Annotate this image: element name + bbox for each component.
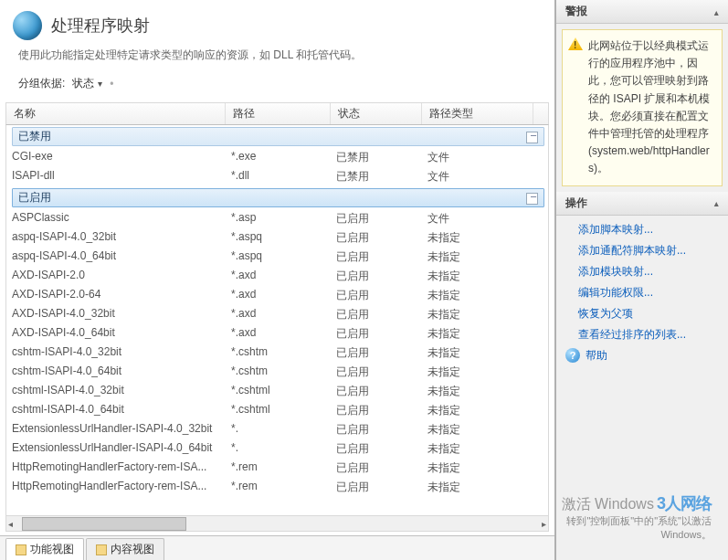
col-state[interactable]: 状态	[331, 103, 422, 124]
action-link[interactable]: 添加脚本映射...	[556, 219, 728, 240]
actions-list: 添加脚本映射...添加通配符脚本映射...添加模块映射...编辑功能权限...恢…	[556, 216, 728, 372]
groupby-sep: •	[110, 78, 113, 90]
groupby-bar: 分组依据: 状态 •	[0, 76, 554, 102]
tab-content[interactable]: 内容视图	[86, 538, 164, 560]
warning-icon	[568, 37, 583, 50]
collapse-icon[interactable]	[714, 5, 719, 18]
tab-icon	[16, 544, 26, 555]
action-link[interactable]: 编辑功能权限...	[556, 282, 728, 303]
actions-header[interactable]: 操作	[556, 192, 728, 216]
group-header[interactable]: 已启用	[12, 188, 544, 207]
page-description: 使用此功能指定处理特定请求类型的响应的资源，如 DLL 和托管代码。	[0, 48, 554, 76]
table-row[interactable]: ExtensionlessUrlHandler-ISAPI-4.0_32bit*…	[6, 420, 548, 439]
action-link[interactable]: 查看经过排序的列表...	[556, 324, 728, 345]
grid-rows[interactable]: 已禁用CGI-exe*.exe已禁用文件ISAPI-dll*.dll已禁用文件已…	[5, 125, 549, 516]
tab-icon	[96, 544, 107, 555]
col-type[interactable]: 路径类型	[422, 103, 533, 124]
col-name[interactable]: 名称	[6, 103, 226, 124]
table-row[interactable]: HttpRemotingHandlerFactory-rem-ISA...*.r…	[6, 459, 548, 478]
table-row[interactable]: CGI-exe*.exe已禁用文件	[6, 148, 548, 167]
group-header[interactable]: 已禁用	[12, 127, 544, 146]
table-row[interactable]: cshtml-ISAPI-4.0_32bit*.cshtml已启用未指定	[6, 382, 548, 401]
table-row[interactable]: aspq-ISAPI-4.0_64bit*.aspq已启用未指定	[6, 248, 548, 267]
alert-message: 此网站位于以经典模式运行的应用程序池中，因此，您可以管理映射到路径的 ISAPI…	[562, 29, 723, 186]
globe-icon	[13, 11, 42, 40]
col-spacer	[533, 103, 548, 124]
table-row[interactable]: AXD-ISAPI-2.0-64*.axd已启用未指定	[6, 286, 548, 305]
table-row[interactable]: ExtensionlessUrlHandler-ISAPI-4.0_64bit*…	[6, 439, 548, 459]
horizontal-scrollbar[interactable]	[5, 516, 549, 532]
groupby-label: 分组依据:	[18, 76, 65, 91]
help-icon: ?	[565, 348, 580, 363]
col-path[interactable]: 路径	[226, 103, 331, 124]
table-row[interactable]: AXD-ISAPI-4.0_32bit*.axd已启用未指定	[6, 305, 548, 324]
action-link[interactable]: 添加通配符脚本映射...	[556, 240, 728, 261]
table-row[interactable]: ASPClassic*.asp已启用文件	[6, 209, 548, 228]
tab-features[interactable]: 功能视图	[5, 538, 84, 560]
side-panel: 警报 此网站位于以经典模式运行的应用程序池中，因此，您可以管理映射到路径的 IS…	[556, 0, 728, 560]
table-row[interactable]: AXD-ISAPI-4.0_64bit*.axd已启用未指定	[6, 324, 548, 343]
table-row[interactable]: cshtml-ISAPI-4.0_64bit*.cshtml已启用未指定	[6, 401, 548, 420]
action-link[interactable]: 添加模块映射...	[556, 261, 728, 282]
collapse-icon[interactable]	[714, 196, 719, 209]
scrollbar-thumb[interactable]	[22, 517, 186, 531]
page-title: 处理程序映射	[51, 15, 150, 37]
table-row[interactable]: aspq-ISAPI-4.0_32bit*.aspq已启用未指定	[6, 228, 548, 248]
groupby-dropdown[interactable]: 状态	[72, 76, 102, 91]
table-row[interactable]: cshtm-ISAPI-4.0_32bit*.cshtm已启用未指定	[6, 343, 548, 363]
table-row[interactable]: HttpRemotingHandlerFactory-rem-ISA...*.r…	[6, 478, 548, 497]
action-link[interactable]: 恢复为父项	[556, 303, 728, 324]
table-row[interactable]: cshtm-ISAPI-4.0_64bit*.cshtm已启用未指定	[6, 363, 548, 382]
alerts-header[interactable]: 警报	[556, 0, 728, 24]
chevron-down-icon	[94, 77, 102, 90]
page-header: 处理程序映射	[0, 0, 554, 48]
view-tabs: 功能视图 内容视图	[0, 535, 554, 560]
table-row[interactable]: AXD-ISAPI-2.0*.axd已启用未指定	[6, 267, 548, 286]
main-panel: 处理程序映射 使用此功能指定处理特定请求类型的响应的资源，如 DLL 和托管代码…	[0, 0, 556, 560]
handler-grid: 名称 路径 状态 路径类型 已禁用CGI-exe*.exe已禁用文件ISAPI-…	[5, 102, 549, 516]
help-link[interactable]: ?帮助	[556, 345, 728, 366]
table-row[interactable]: ISAPI-dll*.dll已禁用文件	[6, 167, 548, 186]
column-headers[interactable]: 名称 路径 状态 路径类型	[5, 102, 549, 125]
